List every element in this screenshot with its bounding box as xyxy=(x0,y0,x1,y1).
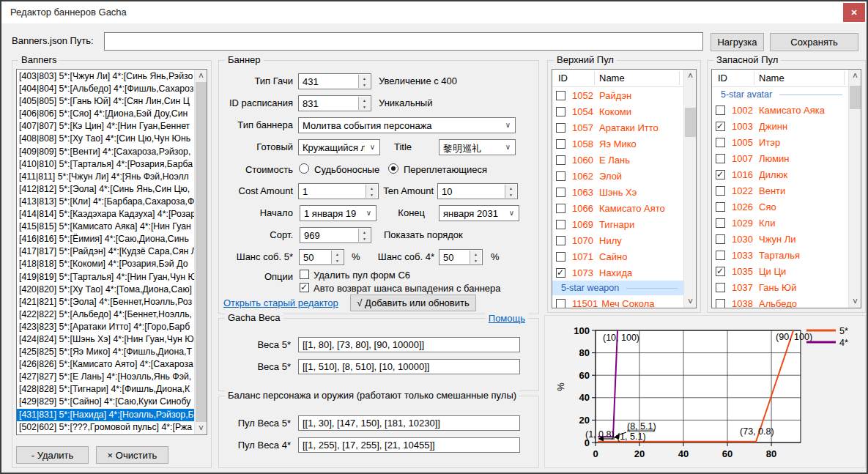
clear-banner-button[interactable]: × Очистить xyxy=(96,446,168,464)
load-button[interactable]: Нагрузка xyxy=(711,33,764,51)
banner-list-item[interactable]: [418|818] 5*:[Кокоми] 4*:[Розария,Бэй До xyxy=(17,258,194,270)
banner-list-item[interactable]: [420|820] 5*:[Ху Тао] 4*:[Тома,Диона,Саю… xyxy=(17,284,194,296)
spin-up-icon[interactable] xyxy=(358,75,370,81)
pool-row[interactable]: 1054Кокоми xyxy=(552,103,683,119)
pool-row-checkbox[interactable] xyxy=(556,188,565,197)
pool-row-checkbox[interactable] xyxy=(556,236,565,245)
pool-row-checkbox[interactable] xyxy=(716,299,725,308)
banner-list-item[interactable]: [411|811] 5*:[Чжун Ли] 4*:[Янь Фэй,Ноэлл xyxy=(17,171,194,183)
spin-down-icon[interactable] xyxy=(358,235,370,242)
pool-row[interactable]: 1026Сяо xyxy=(712,199,848,215)
pool-row-checkbox[interactable] xyxy=(556,299,565,308)
pool-row[interactable]: 1007Люмин xyxy=(712,150,848,166)
pool-row[interactable]: 1052Райдэн xyxy=(552,87,683,103)
pool-row[interactable]: 1062Элой xyxy=(552,168,683,184)
spin-down-icon[interactable] xyxy=(358,103,370,110)
pool-row-checkbox[interactable] xyxy=(716,234,725,244)
pool-row-checkbox[interactable] xyxy=(716,138,725,147)
ten-amount-spinner[interactable]: 10 xyxy=(437,183,518,199)
gacha-type-spinner[interactable]: 431 xyxy=(298,73,371,89)
pool-row-checkbox[interactable] xyxy=(716,251,725,260)
cost-radio-fate[interactable] xyxy=(299,163,309,174)
banner-list-item[interactable]: [419|819] 5*:[Тарталья] 4*:[Нин Гуан,Чун… xyxy=(17,271,194,284)
pool-row-checkbox[interactable] xyxy=(556,252,565,262)
chance4-spinner[interactable]: 50 xyxy=(439,249,483,265)
sort-spinner[interactable]: 969 xyxy=(300,227,371,243)
banner-type-select[interactable]: Молитва события персонажа xyxy=(298,117,516,133)
upper-pool-table[interactable]: ID Name 1052Райдэн1054Кокоми1057Аратаки … xyxy=(552,69,697,308)
banner-list-item[interactable]: [426|826] 5*:[Камисато Аято] 4*:[Сахароз… xyxy=(17,358,194,371)
schedule-id-spinner[interactable]: 831 xyxy=(298,95,371,111)
weights5-input[interactable] xyxy=(298,337,520,352)
banner-list-item[interactable]: [423|823] 5*:[Аратаки Итто] 4*:[Горо,Бар… xyxy=(17,321,194,333)
scroll-up-icon[interactable] xyxy=(195,70,207,82)
banner-list-item[interactable]: [416|816] 5*:[Ёимия] 4*:[Саю,Диона,Синь xyxy=(17,233,194,245)
banner-list-item[interactable]: [427|827] 5*:[Е Лань] 4*:[Ноэлль,Янь Фэй… xyxy=(17,371,194,383)
spin-down-icon[interactable] xyxy=(358,81,370,88)
pool-row[interactable]: 1029Кли xyxy=(712,215,848,231)
pool-weights5-input[interactable] xyxy=(298,415,520,431)
banner-list-item[interactable]: [424|824] 5*:[Шэнь Хэ] 4*:[Нин Гуан,Чун … xyxy=(17,333,194,346)
pool-row-checkbox[interactable] xyxy=(716,105,725,115)
spin-down-icon[interactable] xyxy=(331,257,343,264)
pool-row[interactable]: 1005Итэр xyxy=(712,134,848,150)
pool-row-checkbox[interactable] xyxy=(716,154,725,163)
pool-row[interactable]: 1022Венти xyxy=(712,182,848,199)
spin-up-icon[interactable] xyxy=(331,251,343,257)
spin-down-icon[interactable] xyxy=(505,191,516,198)
banner-list-item[interactable]: [405|805] 5*:[Гань Юй] 4*:[Сян Лин,Син Ц xyxy=(17,95,194,108)
scroll-down-icon[interactable] xyxy=(684,295,697,308)
pool-row[interactable]: 1063Шэнь Хэ xyxy=(552,184,683,200)
title-select[interactable]: 黎明巡礼 xyxy=(439,139,516,155)
banner-list-item[interactable]: [414|814] 5*:[Каэдэхара Кадзуха] 4*:[Роз… xyxy=(17,208,194,221)
delete-banner-button[interactable]: - Удалить xyxy=(16,446,89,464)
pool-row[interactable]: 1058Яэ Мико xyxy=(552,136,683,152)
banner-list-item[interactable]: [410|810] 5*:[Тарталья] 4*:[Розария,Барб… xyxy=(17,158,194,171)
chance5-spinner[interactable]: 50 xyxy=(299,249,344,265)
pool-weights4-input[interactable] xyxy=(298,437,520,453)
banners-scrollbar[interactable] xyxy=(194,70,207,434)
spin-down-icon[interactable] xyxy=(470,257,481,264)
banner-list-item[interactable]: [428|828] 5*:[Тигнари] 4*:[Фишль,Диона,К xyxy=(17,383,194,396)
banner-list-item[interactable]: [412|812] 5*:[Эола] 4*:[Синь Янь,Син Цю, xyxy=(17,183,194,196)
scroll-up-icon[interactable] xyxy=(684,70,697,82)
banner-list-item[interactable]: [409|809] 5*:[Венти] 4*:[Сахароза,Рэйзор… xyxy=(17,146,194,158)
pool-row[interactable]: 1002Камисато Аяка xyxy=(712,102,848,118)
remove-pool-checkbox[interactable] xyxy=(300,270,309,279)
banners-list[interactable]: [403|803] 5*:[Чжун Ли] 4*:[Синь Янь,Рэйз… xyxy=(16,69,207,435)
pool-row-checkbox[interactable] xyxy=(556,155,565,165)
pool-row-checkbox[interactable] xyxy=(556,268,565,278)
banner-list-item[interactable]: [404|804] 5*:[Альбедо] 4*:[Фишль,Сахароз xyxy=(17,83,194,95)
pool-row-checkbox[interactable] xyxy=(716,122,725,131)
pool-row[interactable]: 1038Альбедо xyxy=(712,295,848,308)
pool-row[interactable]: 1035Ци Ци xyxy=(712,263,848,279)
scroll-thumb[interactable] xyxy=(685,108,696,137)
banner-list-item[interactable]: [408|808] 5*:[Ху Тао] 4*:[Син Цю,Чун Юнь xyxy=(17,133,194,145)
spin-up-icon[interactable] xyxy=(358,97,370,103)
banner-list-item[interactable]: [422|822] 5*:[Альбедо] 4*:[Беннет,Ноэлль… xyxy=(17,308,194,321)
pool-row-checkbox[interactable] xyxy=(556,171,565,181)
scroll-thumb[interactable] xyxy=(196,82,207,422)
close-button[interactable]: ✕ xyxy=(843,3,865,22)
banner-list-item[interactable]: [421|821] 5*:[Эола] 4*:[Беннет,Ноэлль,Ро… xyxy=(17,296,194,308)
reserve-pool-scrollbar[interactable] xyxy=(848,70,861,308)
pool-row-checkbox[interactable] xyxy=(556,220,565,229)
pool-row[interactable]: 1073Нахида xyxy=(552,264,683,281)
pool-row-checkbox[interactable] xyxy=(556,91,565,100)
pool-row[interactable]: 1066Камисато Аято xyxy=(552,200,683,216)
pool-row-checkbox[interactable] xyxy=(556,204,565,213)
scroll-down-icon[interactable] xyxy=(195,422,207,434)
banner-list-item[interactable]: [406|806] 5*:[Сяо] 4*:[Диона,Бэй Доу,Син xyxy=(17,108,194,120)
banner-list-item[interactable]: [413|813] 5*:[Кли] 4*:[Барбара,Сахароза,… xyxy=(17,196,194,208)
pool-row[interactable]: 1069Тигнари xyxy=(552,216,683,232)
pool-row-checkbox[interactable] xyxy=(716,218,725,228)
banner-list-item[interactable]: [429|829] 5*:[Сайно] 4*:[Саю,Куки Синобу xyxy=(17,396,194,408)
cost-radio-intertwined[interactable] xyxy=(388,163,398,174)
pool-row-checkbox[interactable] xyxy=(716,267,725,276)
banner-list-item[interactable]: [425|825] 5*:[Яэ Мико] 4*:[Фишль,Диона,Т xyxy=(17,346,194,358)
pool-row-checkbox[interactable] xyxy=(716,186,725,196)
open-old-editor-link[interactable]: Открыть старый редактор xyxy=(223,297,338,308)
pool-row-checkbox[interactable] xyxy=(556,107,565,116)
banner-list-item[interactable]: [431|831] 5*:[Нахида] 4*:[Ноэлль,Рэйзор,… xyxy=(17,409,194,421)
banner-list-item[interactable]: [415|815] 5*:[Камисато Аяка] 4*:[Нин Гуа… xyxy=(17,221,194,233)
